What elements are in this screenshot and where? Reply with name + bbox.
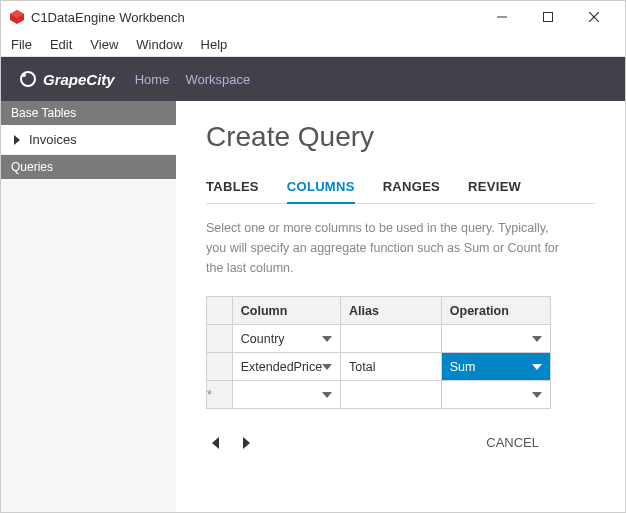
brand-logo: GrapeCity (19, 70, 115, 88)
svg-point-7 (22, 73, 26, 77)
menu-file[interactable]: File (11, 37, 32, 52)
cancel-button[interactable]: CANCEL (474, 429, 551, 456)
grid-cell-alias[interactable]: Total (341, 353, 442, 381)
sidebar-item-label: Invoices (29, 132, 77, 147)
chevron-down-icon (322, 390, 332, 400)
cell-value: ExtendedPrice (241, 360, 322, 374)
grid-cell-column[interactable] (232, 381, 340, 409)
arrow-left-icon (211, 437, 221, 449)
svg-marker-8 (14, 135, 20, 145)
brand-link-home[interactable]: Home (135, 72, 170, 87)
caret-right-icon (13, 135, 21, 145)
prev-button[interactable] (206, 433, 226, 453)
tab-columns[interactable]: COLUMNS (287, 171, 355, 204)
grid-cell-alias[interactable] (341, 381, 442, 409)
minimize-button[interactable] (479, 1, 525, 33)
menubar: File Edit View Window Help (1, 33, 625, 57)
close-icon (589, 12, 599, 22)
grid-header-operation[interactable]: Operation (441, 297, 550, 325)
tab-tables[interactable]: TABLES (206, 171, 259, 203)
grid-cell-operation-selected[interactable]: Sum (441, 353, 550, 381)
chevron-down-icon (532, 334, 542, 344)
page-title: Create Query (206, 121, 595, 153)
titlebar: C1DataEngine Workbench (1, 1, 625, 33)
sidebar-header-queries[interactable]: Queries (1, 155, 176, 179)
columns-grid: Column Alias Operation Country (206, 296, 551, 409)
sidebar-header-base-tables[interactable]: Base Tables (1, 101, 176, 125)
cell-value: Total (349, 360, 433, 374)
grid-header-column[interactable]: Column (232, 297, 340, 325)
menu-view[interactable]: View (90, 37, 118, 52)
window-controls (479, 1, 617, 33)
chevron-down-icon (532, 390, 542, 400)
sidebar-item-invoices[interactable]: Invoices (1, 125, 176, 155)
chevron-down-icon (322, 334, 332, 344)
svg-marker-16 (243, 437, 250, 449)
window-title: C1DataEngine Workbench (31, 10, 479, 25)
nav-arrows (206, 433, 256, 453)
maximize-icon (543, 12, 553, 22)
workarea: Base Tables Invoices Queries Create Quer… (1, 101, 625, 512)
svg-marker-15 (212, 437, 219, 449)
svg-marker-12 (532, 364, 542, 370)
close-button[interactable] (571, 1, 617, 33)
cell-value: Sum (450, 360, 532, 374)
svg-marker-14 (532, 392, 542, 398)
grid-cell-operation[interactable] (441, 381, 550, 409)
arrow-right-icon (241, 437, 251, 449)
main-content: Create Query TABLES COLUMNS RANGES REVIE… (176, 101, 625, 512)
brand-links: Home Workspace (135, 72, 250, 87)
next-button[interactable] (236, 433, 256, 453)
brandbar: GrapeCity Home Workspace (1, 57, 625, 101)
brand-text: GrapeCity (43, 71, 115, 88)
grid-cell-column[interactable]: ExtendedPrice (232, 353, 340, 381)
grid-row-header[interactable] (207, 353, 233, 381)
svg-marker-9 (322, 336, 332, 342)
tab-review[interactable]: REVIEW (468, 171, 521, 203)
wizard-tabs: TABLES COLUMNS RANGES REVIEW (206, 171, 595, 204)
brand-link-workspace[interactable]: Workspace (185, 72, 250, 87)
grid-row: ExtendedPrice Total Sum (207, 353, 551, 381)
tab-ranges[interactable]: RANGES (383, 171, 440, 203)
sidebar: Base Tables Invoices Queries (1, 101, 176, 512)
app-icon (9, 9, 25, 25)
svg-rect-3 (544, 13, 553, 22)
grid-row: Country (207, 325, 551, 353)
maximize-button[interactable] (525, 1, 571, 33)
menu-window[interactable]: Window (136, 37, 182, 52)
menu-help[interactable]: Help (201, 37, 228, 52)
svg-marker-10 (532, 336, 542, 342)
grid-row-header[interactable] (207, 325, 233, 353)
grid-header-alias[interactable]: Alias (341, 297, 442, 325)
chevron-down-icon (322, 362, 332, 372)
new-row-marker: * (207, 388, 212, 402)
menu-edit[interactable]: Edit (50, 37, 72, 52)
app-window: C1DataEngine Workbench File Edit View Wi… (0, 0, 626, 513)
brand-icon (19, 70, 37, 88)
grid-row-header-new[interactable]: * (207, 381, 233, 409)
chevron-down-icon (532, 362, 542, 372)
wizard-footer: CANCEL (206, 429, 551, 456)
grid-cell-alias[interactable] (341, 325, 442, 353)
grid-row-new: * (207, 381, 551, 409)
grid-corner (207, 297, 233, 325)
grid-cell-operation[interactable] (441, 325, 550, 353)
minimize-icon (497, 12, 507, 22)
help-text: Select one or more columns to be used in… (206, 218, 566, 278)
svg-marker-13 (322, 392, 332, 398)
cell-value: Country (241, 332, 322, 346)
svg-marker-11 (322, 364, 332, 370)
grid-cell-column[interactable]: Country (232, 325, 340, 353)
